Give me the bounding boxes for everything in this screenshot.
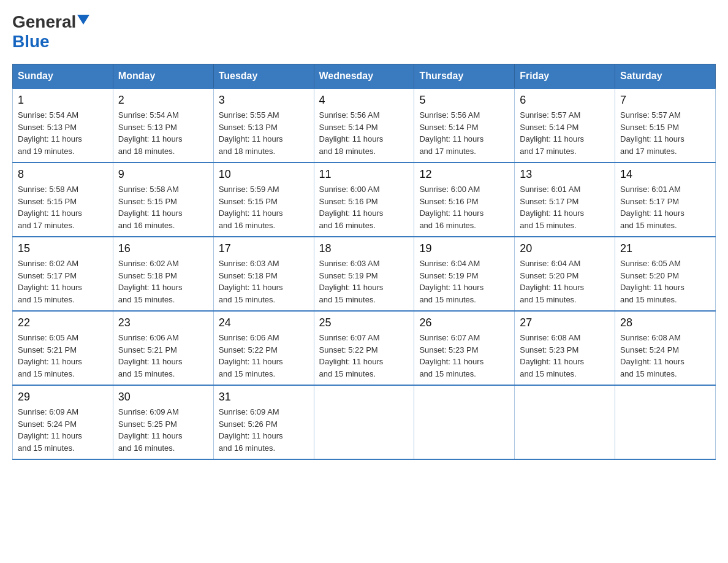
calendar-day-cell: 23 Sunrise: 6:06 AMSunset: 5:21 PMDaylig…: [113, 311, 213, 385]
calendar-day-cell: 22 Sunrise: 6:05 AMSunset: 5:21 PMDaylig…: [13, 311, 113, 385]
day-number: 14: [620, 168, 710, 181]
calendar-week-row: 29 Sunrise: 6:09 AMSunset: 5:24 PMDaylig…: [13, 385, 716, 459]
day-number: 30: [118, 391, 208, 404]
day-number: 6: [520, 94, 610, 107]
calendar-day-cell: 8 Sunrise: 5:58 AMSunset: 5:15 PMDayligh…: [13, 163, 113, 237]
logo-triangle-icon: [77, 15, 89, 25]
calendar-day-cell: 27 Sunrise: 6:08 AMSunset: 5:23 PMDaylig…: [515, 311, 615, 385]
day-of-week-header: Wednesday: [314, 64, 414, 89]
calendar-day-cell: 28 Sunrise: 6:08 AMSunset: 5:24 PMDaylig…: [615, 311, 716, 385]
calendar-day-cell: 30 Sunrise: 6:09 AMSunset: 5:25 PMDaylig…: [113, 385, 213, 459]
day-info: Sunrise: 5:55 AMSunset: 5:13 PMDaylight:…: [219, 109, 309, 157]
day-info: Sunrise: 6:09 AMSunset: 5:26 PMDaylight:…: [219, 406, 309, 454]
day-of-week-header: Thursday: [414, 64, 515, 89]
day-number: 12: [419, 168, 509, 181]
day-info: Sunrise: 5:58 AMSunset: 5:15 PMDaylight:…: [118, 183, 208, 231]
day-number: 24: [219, 316, 309, 329]
day-info: Sunrise: 5:58 AMSunset: 5:15 PMDaylight:…: [18, 183, 108, 231]
day-of-week-header: Monday: [113, 64, 213, 89]
day-number: 20: [520, 242, 610, 255]
day-info: Sunrise: 6:01 AMSunset: 5:17 PMDaylight:…: [520, 183, 610, 231]
calendar-day-cell: 25 Sunrise: 6:07 AMSunset: 5:22 PMDaylig…: [314, 311, 414, 385]
calendar-day-cell: 29 Sunrise: 6:09 AMSunset: 5:24 PMDaylig…: [13, 385, 113, 459]
day-number: 9: [118, 168, 208, 181]
day-of-week-header: Saturday: [615, 64, 716, 89]
day-info: Sunrise: 5:59 AMSunset: 5:15 PMDaylight:…: [219, 183, 309, 231]
day-number: 2: [118, 94, 208, 107]
calendar-day-cell: 11 Sunrise: 6:00 AMSunset: 5:16 PMDaylig…: [314, 163, 414, 237]
calendar-day-cell: 31 Sunrise: 6:09 AMSunset: 5:26 PMDaylig…: [213, 385, 314, 459]
logo: General Blue: [12, 12, 89, 52]
day-info: Sunrise: 6:05 AMSunset: 5:21 PMDaylight:…: [18, 332, 108, 380]
calendar-day-cell: 13 Sunrise: 6:01 AMSunset: 5:17 PMDaylig…: [515, 163, 615, 237]
day-number: 15: [18, 242, 108, 255]
day-info: Sunrise: 5:56 AMSunset: 5:14 PMDaylight:…: [419, 109, 509, 157]
day-info: Sunrise: 6:09 AMSunset: 5:24 PMDaylight:…: [18, 406, 108, 454]
day-info: Sunrise: 6:09 AMSunset: 5:25 PMDaylight:…: [118, 406, 208, 454]
day-info: Sunrise: 6:07 AMSunset: 5:23 PMDaylight:…: [419, 332, 509, 380]
calendar-day-cell: 20 Sunrise: 6:04 AMSunset: 5:20 PMDaylig…: [515, 237, 615, 311]
calendar-day-cell: 16 Sunrise: 6:02 AMSunset: 5:18 PMDaylig…: [113, 237, 213, 311]
calendar-table: SundayMondayTuesdayWednesdayThursdayFrid…: [12, 64, 716, 460]
day-info: Sunrise: 6:02 AMSunset: 5:17 PMDaylight:…: [18, 258, 108, 305]
calendar-day-cell: 21 Sunrise: 6:05 AMSunset: 5:20 PMDaylig…: [615, 237, 716, 311]
page-header: General Blue: [12, 12, 716, 52]
calendar-day-cell: [515, 385, 615, 459]
day-of-week-header: Sunday: [13, 64, 113, 89]
calendar-day-cell: 19 Sunrise: 6:04 AMSunset: 5:19 PMDaylig…: [414, 237, 515, 311]
day-number: 26: [419, 316, 509, 329]
day-info: Sunrise: 6:07 AMSunset: 5:22 PMDaylight:…: [319, 332, 409, 380]
day-number: 10: [219, 168, 309, 181]
calendar-day-cell: 6 Sunrise: 5:57 AMSunset: 5:14 PMDayligh…: [515, 88, 615, 163]
day-number: 31: [219, 391, 309, 404]
calendar-day-cell: [414, 385, 515, 459]
day-number: 8: [18, 168, 108, 181]
calendar-day-cell: 5 Sunrise: 5:56 AMSunset: 5:14 PMDayligh…: [414, 88, 515, 163]
day-number: 7: [620, 94, 710, 107]
day-info: Sunrise: 6:04 AMSunset: 5:20 PMDaylight:…: [520, 258, 610, 305]
day-number: 5: [419, 94, 509, 107]
day-info: Sunrise: 6:05 AMSunset: 5:20 PMDaylight:…: [620, 258, 710, 305]
day-of-week-header: Friday: [515, 64, 615, 89]
calendar-day-cell: 1 Sunrise: 5:54 AMSunset: 5:13 PMDayligh…: [13, 88, 113, 163]
logo-general-text: General: [12, 12, 76, 32]
calendar-day-cell: 10 Sunrise: 5:59 AMSunset: 5:15 PMDaylig…: [213, 163, 314, 237]
calendar-day-cell: [615, 385, 716, 459]
day-number: 23: [118, 316, 208, 329]
day-number: 17: [219, 242, 309, 255]
calendar-day-cell: 14 Sunrise: 6:01 AMSunset: 5:17 PMDaylig…: [615, 163, 716, 237]
day-info: Sunrise: 6:06 AMSunset: 5:21 PMDaylight:…: [118, 332, 208, 380]
day-number: 13: [520, 168, 610, 181]
day-number: 25: [319, 316, 409, 329]
day-info: Sunrise: 5:57 AMSunset: 5:15 PMDaylight:…: [620, 109, 710, 157]
calendar-week-row: 8 Sunrise: 5:58 AMSunset: 5:15 PMDayligh…: [13, 163, 716, 237]
day-of-week-header: Tuesday: [213, 64, 314, 89]
calendar-day-cell: 24 Sunrise: 6:06 AMSunset: 5:22 PMDaylig…: [213, 311, 314, 385]
day-info: Sunrise: 6:06 AMSunset: 5:22 PMDaylight:…: [219, 332, 309, 380]
calendar-day-cell: 12 Sunrise: 6:00 AMSunset: 5:16 PMDaylig…: [414, 163, 515, 237]
calendar-week-row: 1 Sunrise: 5:54 AMSunset: 5:13 PMDayligh…: [13, 88, 716, 163]
day-info: Sunrise: 6:00 AMSunset: 5:16 PMDaylight:…: [419, 183, 509, 231]
calendar-day-cell: 7 Sunrise: 5:57 AMSunset: 5:15 PMDayligh…: [615, 88, 716, 163]
calendar-day-cell: 17 Sunrise: 6:03 AMSunset: 5:18 PMDaylig…: [213, 237, 314, 311]
logo-blue-text: Blue: [12, 32, 50, 52]
day-info: Sunrise: 5:54 AMSunset: 5:13 PMDaylight:…: [18, 109, 108, 157]
day-info: Sunrise: 6:01 AMSunset: 5:17 PMDaylight:…: [620, 183, 710, 231]
calendar-day-cell: 26 Sunrise: 6:07 AMSunset: 5:23 PMDaylig…: [414, 311, 515, 385]
calendar-week-row: 22 Sunrise: 6:05 AMSunset: 5:21 PMDaylig…: [13, 311, 716, 385]
day-info: Sunrise: 6:02 AMSunset: 5:18 PMDaylight:…: [118, 258, 208, 305]
calendar-day-cell: 15 Sunrise: 6:02 AMSunset: 5:17 PMDaylig…: [13, 237, 113, 311]
day-info: Sunrise: 6:03 AMSunset: 5:18 PMDaylight:…: [219, 258, 309, 305]
day-number: 3: [219, 94, 309, 107]
day-number: 21: [620, 242, 710, 255]
calendar-day-cell: [314, 385, 414, 459]
calendar-day-cell: 4 Sunrise: 5:56 AMSunset: 5:14 PMDayligh…: [314, 88, 414, 163]
day-info: Sunrise: 6:08 AMSunset: 5:23 PMDaylight:…: [520, 332, 610, 380]
day-info: Sunrise: 5:56 AMSunset: 5:14 PMDaylight:…: [319, 109, 409, 157]
day-info: Sunrise: 5:54 AMSunset: 5:13 PMDaylight:…: [118, 109, 208, 157]
day-number: 11: [319, 168, 409, 181]
calendar-day-cell: 9 Sunrise: 5:58 AMSunset: 5:15 PMDayligh…: [113, 163, 213, 237]
day-info: Sunrise: 6:03 AMSunset: 5:19 PMDaylight:…: [319, 258, 409, 305]
day-info: Sunrise: 5:57 AMSunset: 5:14 PMDaylight:…: [520, 109, 610, 157]
day-number: 28: [620, 316, 710, 329]
